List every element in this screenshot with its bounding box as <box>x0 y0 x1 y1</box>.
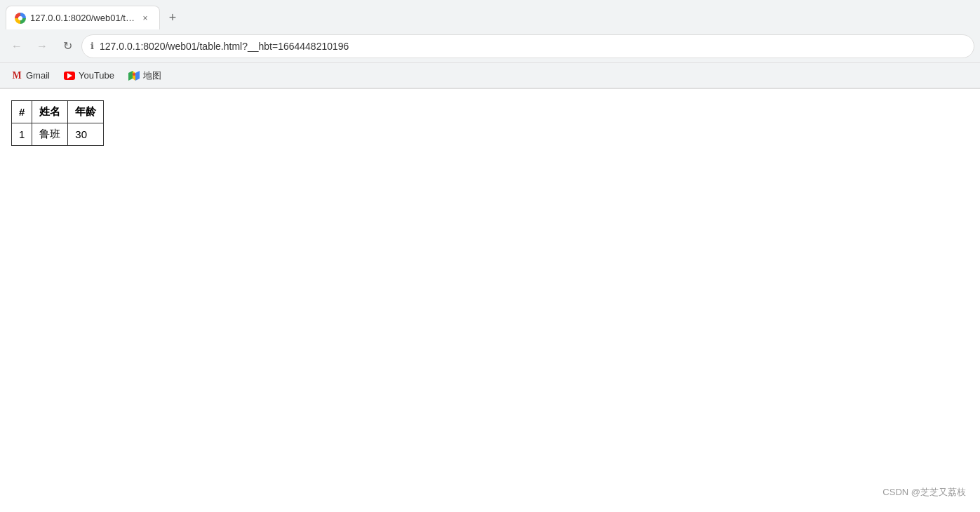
address-bar[interactable]: ℹ 127.0.0.1:8020/web01/table.html?__hbt=… <box>81 34 974 58</box>
youtube-favicon <box>64 70 75 81</box>
header-row: # 姓名 年龄 <box>12 101 104 123</box>
svg-point-4 <box>133 73 135 76</box>
refresh-button[interactable]: ↻ <box>56 35 79 58</box>
nav-bar: ← → ↻ ℹ 127.0.0.1:8020/web01/table.html?… <box>0 29 980 63</box>
tab-favicon <box>15 13 26 24</box>
cell-number: 1 <box>12 123 32 146</box>
page-content: # 姓名 年龄 1 鲁班 30 CSDN @芝芝又荔枝 <box>0 89 980 512</box>
tab-title: 127.0.0.1:8020/web01/table.ht <box>30 13 135 23</box>
data-table: # 姓名 年龄 1 鲁班 30 <box>11 100 104 146</box>
cell-name: 鲁班 <box>32 123 68 146</box>
browser-chrome: 127.0.0.1:8020/web01/table.ht × + ← → ↻ … <box>0 0 980 89</box>
svg-marker-3 <box>135 71 140 81</box>
table-row: 1 鲁班 30 <box>12 123 104 146</box>
col-header-number: # <box>12 101 32 123</box>
bookmark-gmail[interactable]: M Gmail <box>6 67 55 84</box>
bookmarks-bar: M Gmail YouTube 地图 <box>0 63 980 88</box>
youtube-icon <box>64 72 75 80</box>
url-text: 127.0.0.1:8020/web01/table.html?__hbt=16… <box>100 41 965 52</box>
active-tab[interactable]: 127.0.0.1:8020/web01/table.ht × <box>6 6 160 29</box>
watermark: CSDN @芝芝又荔枝 <box>882 486 966 499</box>
table-body: 1 鲁班 30 <box>12 123 104 146</box>
table-header: # 姓名 年龄 <box>12 101 104 123</box>
col-header-name: 姓名 <box>32 101 68 123</box>
cell-age: 30 <box>68 123 104 146</box>
tab-bar: 127.0.0.1:8020/web01/table.ht × + <box>0 0 980 29</box>
new-tab-button[interactable]: + <box>163 8 182 27</box>
security-icon: ℹ <box>90 41 94 51</box>
bookmark-gmail-label: Gmail <box>26 70 50 81</box>
maps-favicon <box>128 70 140 81</box>
tab-close-button[interactable]: × <box>140 13 151 24</box>
bookmark-maps-label: 地图 <box>143 69 161 82</box>
forward-button[interactable]: → <box>31 35 53 58</box>
back-button[interactable]: ← <box>6 35 28 58</box>
gmail-favicon: M <box>11 70 22 81</box>
svg-marker-1 <box>128 71 133 81</box>
bookmark-maps[interactable]: 地图 <box>123 67 167 85</box>
watermark-text: CSDN @芝芝又荔枝 <box>882 487 966 497</box>
bookmark-youtube-label: YouTube <box>79 70 114 81</box>
bookmark-youtube[interactable]: YouTube <box>58 67 120 84</box>
col-header-age: 年龄 <box>68 101 104 123</box>
